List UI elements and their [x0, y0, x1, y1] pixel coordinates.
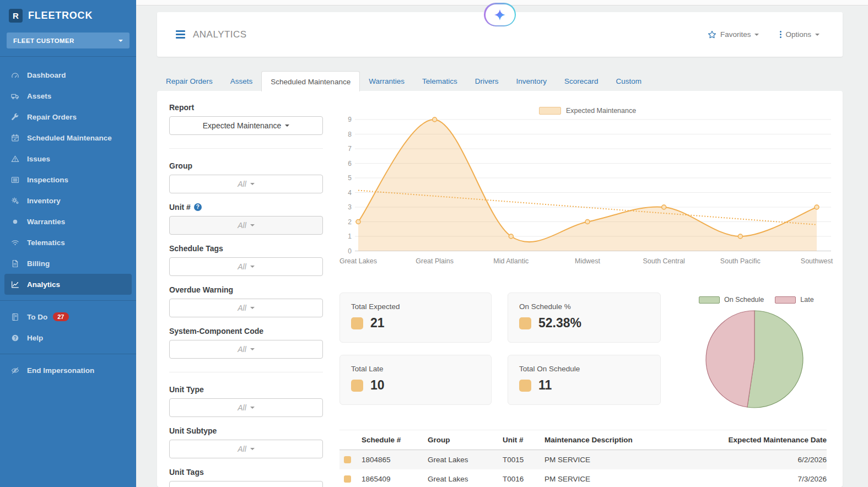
sidebar-divider [0, 300, 136, 301]
data-point-marker[interactable] [662, 205, 666, 209]
sidebar-item-help[interactable]: Help [0, 327, 136, 348]
pie-legend-label: On Schedule [724, 296, 764, 304]
caret-down-icon [815, 34, 820, 36]
filter-group-group: Group All [169, 161, 323, 193]
report-select[interactable]: Expected Maintenance [169, 116, 323, 135]
filter-group-report: Report Expected Maintenance [169, 102, 323, 135]
cell-unit: T0015 [503, 456, 544, 464]
tab-inventory[interactable]: Inventory [507, 71, 556, 91]
stat-value: 52.38% [538, 316, 581, 331]
pie-legend[interactable]: On Schedule Late [699, 296, 814, 304]
col-header-unit[interactable]: Unit # [503, 436, 544, 444]
unit-type-select[interactable]: All [169, 398, 323, 417]
cell-group: Great Lakes [428, 456, 503, 464]
sidebar-menu: Dashboard Assets Repair Orders Scheduled… [0, 60, 136, 381]
sidebar-item-end-impersonation[interactable]: End Impersonation [0, 360, 136, 381]
row-status-icon [344, 456, 351, 463]
schedule-tags-select-value: All [238, 262, 246, 271]
sidebar-item-label: Billing [27, 259, 50, 268]
stat-label: Total On Schedule [519, 365, 649, 373]
table-row[interactable]: 1804865 Great Lakes T0015 PM SERVICE 6/2… [339, 450, 827, 469]
sidebar-item-telematics[interactable]: Telematics [0, 232, 136, 253]
data-point-marker[interactable] [585, 220, 590, 224]
tab-custom[interactable]: Custom [607, 71, 651, 91]
tab-drivers[interactable]: Drivers [466, 71, 508, 91]
app-screen: R FLEETROCK FLEET CUSTOMER Dashboard Ass… [0, 0, 868, 487]
options-dropdown[interactable]: Options [780, 30, 820, 39]
data-point-marker[interactable] [509, 234, 513, 239]
hamburger-menu-icon[interactable] [176, 30, 185, 39]
row-status-icon [344, 475, 351, 483]
star-outline-icon [708, 30, 716, 39]
col-header-schedule[interactable]: Schedule # [362, 436, 428, 444]
caret-down-icon [250, 183, 255, 185]
filter-group-overdue-warning: Overdue Warning All [169, 285, 323, 317]
group-select[interactable]: All [169, 175, 323, 193]
caret-down-icon [250, 266, 255, 268]
sidebar-item-todo[interactable]: To Do 27 [0, 306, 136, 327]
filter-group-unit-type: Unit Type All [169, 385, 323, 417]
sidebar-item-warranties[interactable]: Warranties [0, 211, 136, 232]
overdue-warning-select[interactable]: All [169, 299, 323, 317]
x-axis-label: Mid Atlantic [493, 257, 529, 265]
system-component-code-select[interactable]: All [169, 340, 323, 359]
tab-repair-orders[interactable]: Repair Orders [157, 71, 222, 91]
sidebar-divider [0, 56, 136, 57]
unit-number-select[interactable]: All [169, 216, 323, 235]
unit-tags-select[interactable] [169, 481, 323, 487]
stat-label: Total Late [351, 365, 480, 373]
filter-label: Unit Type [169, 385, 323, 394]
col-header-group[interactable]: Group [428, 436, 503, 444]
sidebar-item-inventory[interactable]: Inventory [0, 190, 136, 211]
caret-down-icon [250, 448, 255, 450]
schedule-tags-select[interactable]: All [169, 257, 323, 276]
sidebar-item-analytics[interactable]: Analytics [4, 274, 132, 295]
table-header-row: Schedule # Group Unit # Maintenance Desc… [339, 430, 827, 450]
data-point-marker[interactable] [433, 117, 437, 122]
pie-slice-on-schedule[interactable] [747, 311, 803, 408]
tab-assets[interactable]: Assets [222, 71, 262, 91]
sidebar-item-assets[interactable]: Assets [0, 85, 136, 106]
overdue-warning-select-value: All [238, 304, 246, 312]
favorites-dropdown[interactable]: Favorites [708, 30, 759, 39]
tab-warranties[interactable]: Warranties [360, 71, 413, 91]
y-axis-tick-label: 0 [348, 247, 352, 255]
sidebar-item-repair-orders[interactable]: Repair Orders [0, 106, 136, 127]
data-point-marker[interactable] [356, 220, 360, 224]
filter-divider [169, 372, 323, 372]
tab-telematics[interactable]: Telematics [413, 71, 466, 91]
filter-label: Unit Tags [169, 467, 323, 477]
tab-scheduled-maintenance[interactable]: Scheduled Maintenance [261, 71, 360, 91]
caret-down-icon [250, 348, 255, 350]
chart-legend[interactable]: Expected Maintenance [539, 106, 835, 115]
sidebar-item-label: Help [27, 334, 43, 342]
group-select-value: All [238, 180, 246, 188]
sidebar-item-scheduled-maintenance[interactable]: Scheduled Maintenance [0, 127, 136, 148]
ai-assistant-button[interactable] [484, 3, 516, 26]
filter-group-unit-tags: Unit Tags [169, 467, 323, 487]
col-header-description[interactable]: Maintenance Description [544, 436, 716, 444]
truck-icon [11, 92, 19, 100]
tab-scorecard[interactable]: Scorecard [556, 71, 607, 91]
sidebar-item-billing[interactable]: Billing [0, 253, 136, 274]
table-row[interactable]: 1865409 Great Lakes T0016 PM SERVICE 7/3… [339, 469, 827, 487]
sidebar-item-inspections[interactable]: Inspections [0, 169, 136, 190]
cell-schedule: 1865409 [362, 475, 428, 483]
filter-label-text: Unit # [169, 202, 191, 212]
data-point-marker[interactable] [815, 205, 819, 209]
unit-subtype-select[interactable]: All [169, 440, 323, 458]
pie-slice-late[interactable] [706, 311, 754, 407]
sidebar-item-issues[interactable]: Issues [0, 148, 136, 169]
sidebar-item-dashboard[interactable]: Dashboard [0, 64, 136, 85]
sidebar-item-label: Repair Orders [27, 113, 77, 121]
data-point-marker[interactable] [738, 234, 742, 239]
brand-name: FLEETROCK [28, 10, 93, 21]
kebab-dots-icon [780, 31, 781, 38]
caret-down-icon [118, 40, 123, 42]
filter-label: Unit # ? [169, 202, 323, 212]
unit-number-help-icon[interactable]: ? [194, 203, 202, 211]
pie-legend-swatch-late [775, 296, 796, 304]
col-header-date[interactable]: Expected Maintenance Date [716, 436, 827, 444]
sidebar-item-label: Warranties [27, 218, 65, 226]
fleet-customer-selector[interactable]: FLEET CUSTOMER [7, 33, 130, 48]
